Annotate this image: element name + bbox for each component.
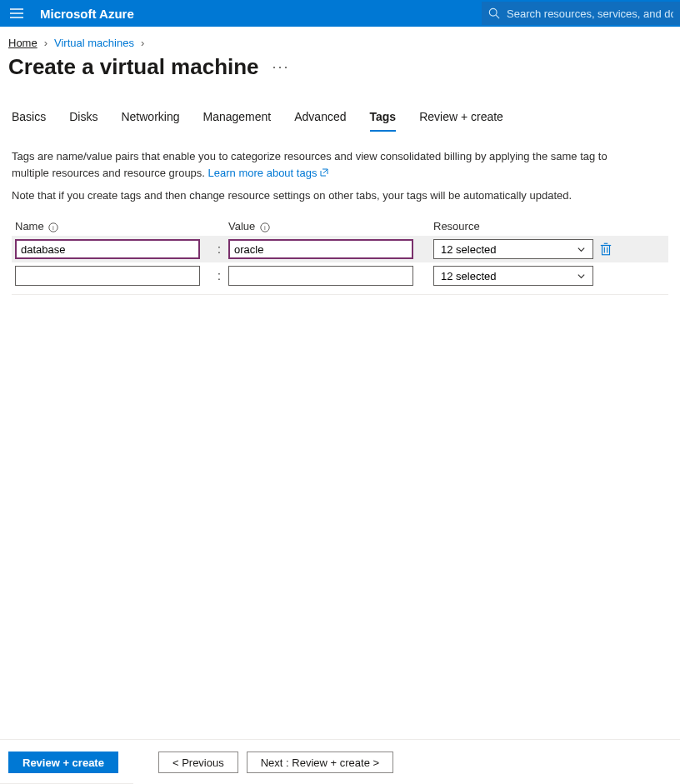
tab-management[interactable]: Management bbox=[203, 102, 272, 132]
topbar: Microsoft Azure Search resources, servic… bbox=[0, 0, 680, 27]
search-icon bbox=[488, 7, 500, 19]
tag-header-name: Name bbox=[15, 220, 44, 232]
tag-resource-select[interactable]: 12 selected bbox=[433, 239, 593, 259]
tab-disks[interactable]: Disks bbox=[69, 102, 98, 132]
breadcrumb-separator: › bbox=[141, 37, 144, 49]
chevron-down-icon bbox=[577, 245, 586, 254]
svg-rect-9 bbox=[602, 246, 610, 255]
tag-name-input[interactable] bbox=[15, 239, 200, 259]
tab-advanced[interactable]: Advanced bbox=[294, 102, 346, 132]
info-icon[interactable]: i bbox=[260, 222, 270, 232]
tag-value-input[interactable] bbox=[228, 239, 413, 259]
svg-point-3 bbox=[489, 8, 497, 16]
breadcrumb: Home › Virtual machines › bbox=[0, 27, 680, 49]
previous-button[interactable]: < Previous bbox=[158, 752, 238, 773]
tag-value-input[interactable] bbox=[228, 266, 413, 286]
svg-text:i: i bbox=[52, 224, 54, 232]
tab-networking[interactable]: Networking bbox=[121, 102, 179, 132]
colon-separator: : bbox=[210, 242, 228, 256]
title-row: Create a virtual machine ··· bbox=[0, 49, 680, 102]
tabs: Basics Disks Networking Management Advan… bbox=[0, 102, 680, 132]
colon-separator: : bbox=[210, 269, 228, 282]
tab-basics[interactable]: Basics bbox=[12, 102, 46, 132]
page-title: Create a virtual machine bbox=[8, 54, 259, 80]
more-actions-button[interactable]: ··· bbox=[272, 58, 290, 76]
hamburger-menu-button[interactable] bbox=[0, 0, 33, 27]
tab-review-create[interactable]: Review + create bbox=[419, 102, 503, 132]
info-icon[interactable]: i bbox=[48, 222, 58, 232]
table-row: : 12 selected bbox=[12, 236, 668, 262]
global-search-input[interactable]: Search resources, services, and docs (G+… bbox=[482, 2, 680, 25]
tag-header-value: Value bbox=[228, 220, 255, 232]
svg-line-4 bbox=[496, 15, 499, 18]
review-create-button[interactable]: Review + create bbox=[8, 752, 118, 773]
svg-text:i: i bbox=[264, 224, 266, 232]
tags-note: Note that if you create tags and then ch… bbox=[0, 181, 650, 202]
table-divider bbox=[12, 294, 668, 295]
breadcrumb-virtual-machines[interactable]: Virtual machines bbox=[54, 37, 134, 49]
table-row: : 12 selected bbox=[12, 262, 668, 289]
breadcrumb-separator: › bbox=[44, 37, 48, 49]
tab-tags[interactable]: Tags bbox=[370, 102, 397, 132]
tags-description: Tags are name/value pairs that enable yo… bbox=[0, 132, 650, 181]
tag-table: Name i Value i Resource : 12 selected bbox=[12, 220, 668, 295]
chevron-down-icon bbox=[577, 272, 586, 281]
brand-title: Microsoft Azure bbox=[33, 7, 134, 21]
external-link-icon bbox=[320, 168, 328, 177]
learn-more-link[interactable]: Learn more about tags bbox=[208, 167, 328, 179]
search-placeholder: Search resources, services, and docs (G+… bbox=[507, 7, 673, 20]
footer: Review + create < Previous Next : Review… bbox=[0, 739, 680, 773]
delete-tag-button[interactable] bbox=[598, 242, 613, 257]
tag-header-resource: Resource bbox=[433, 220, 480, 232]
hamburger-icon bbox=[10, 8, 23, 18]
tag-header-row: Name i Value i Resource bbox=[12, 220, 668, 232]
tag-name-input[interactable] bbox=[15, 266, 200, 286]
breadcrumb-home[interactable]: Home bbox=[8, 37, 38, 49]
next-button[interactable]: Next : Review + create > bbox=[247, 752, 393, 773]
tag-resource-select[interactable]: 12 selected bbox=[433, 266, 593, 286]
